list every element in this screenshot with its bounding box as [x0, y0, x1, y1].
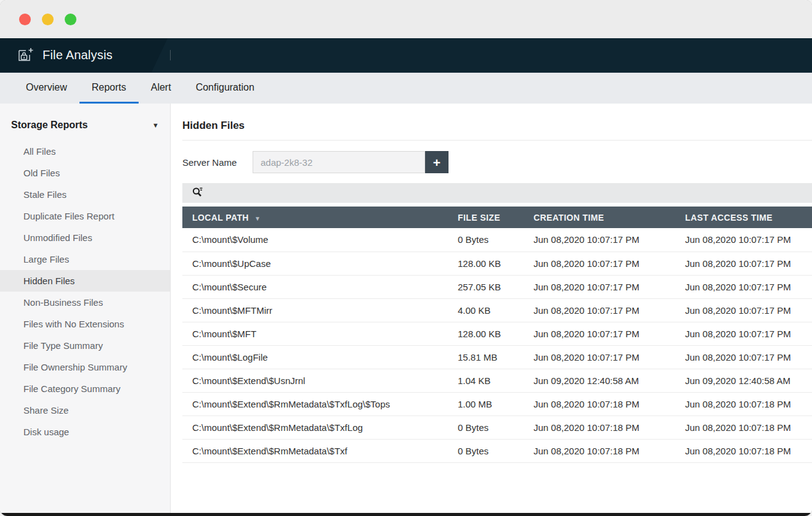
- cell-path: C:\mount\$UpCase: [182, 252, 458, 275]
- cell-path: C:\mount\$MFT: [182, 322, 458, 345]
- cell-created: Jun 08,2020 10:07:17 PM: [534, 298, 685, 322]
- cell-created: Jun 08,2020 10:07:17 PM: [534, 252, 685, 275]
- minimize-window-button[interactable]: [42, 14, 54, 25]
- column-header-creation-time[interactable]: CREATION TIME: [534, 207, 685, 228]
- chevron-down-icon: ▼: [152, 121, 159, 129]
- sidebar-item-share-size[interactable]: Share Size: [0, 399, 170, 421]
- table-row: C:\mount\$MFTMirr 4.00 KB Jun 08,2020 10…: [182, 298, 812, 322]
- column-header-file-size[interactable]: FILE SIZE: [458, 207, 534, 228]
- sidebar-item-disk-usage[interactable]: Disk usage: [0, 421, 170, 443]
- cell-size: 0 Bytes: [458, 439, 534, 462]
- server-name-label: Server Name: [182, 157, 253, 168]
- table-row: C:\mount\$Secure 257.05 KB Jun 08,2020 1…: [182, 275, 812, 298]
- sidebar-item-hidden-files[interactable]: Hidden Files: [0, 270, 170, 292]
- report-list: All FilesOld FilesStale FilesDuplicate F…: [0, 141, 170, 443]
- title-divider: [182, 140, 812, 141]
- table-row: C:\mount\$Extend\$RmMetadata\$TxfLog 0 B…: [182, 416, 812, 439]
- tab-alert[interactable]: Alert: [139, 73, 184, 104]
- cell-size: 1.04 KB: [458, 369, 534, 392]
- sidebar-item-large-files[interactable]: Large Files: [0, 248, 170, 270]
- cell-path: C:\mount\$Extend\$RmMetadata\$TxfLog\$To…: [182, 392, 458, 416]
- sidebar-item-old-files[interactable]: Old Files: [0, 162, 170, 184]
- add-server-button[interactable]: +: [425, 151, 449, 173]
- main-nav-tabbar: OverviewReportsAlertConfiguration: [0, 73, 812, 104]
- cell-path: C:\mount\$Extend\$RmMetadata\$TxfLog: [182, 416, 458, 439]
- cell-created: Jun 08,2020 10:07:18 PM: [534, 416, 685, 439]
- cell-created: Jun 08,2020 10:07:17 PM: [534, 322, 685, 345]
- table-row: C:\mount\$UpCase 128.00 KB Jun 08,2020 1…: [182, 252, 812, 275]
- text-cursor-artifact: [170, 50, 171, 60]
- sidebar-item-non-business-files[interactable]: Non-Business Files: [0, 292, 170, 313]
- cell-accessed: Jun 08,2020 10:07:18 PM: [685, 439, 812, 462]
- cell-accessed: Jun 08,2020 10:07:17 PM: [685, 298, 812, 322]
- report-content: Hidden Files Server Name +: [171, 104, 812, 513]
- hidden-files-table: LOCAL PATH▼ FILE SIZE CREATION TIME LAST…: [182, 207, 812, 463]
- cell-size: 0 Bytes: [458, 416, 534, 439]
- tab-reports[interactable]: Reports: [79, 73, 139, 104]
- sort-desc-icon: ▼: [254, 215, 261, 222]
- cell-size: 257.05 KB: [458, 275, 534, 298]
- search-icon: [192, 186, 203, 200]
- cell-path: C:\mount\$Secure: [182, 275, 458, 298]
- storage-reports-dropdown[interactable]: Storage Reports ▼: [0, 116, 170, 141]
- sidebar-header-label: Storage Reports: [11, 120, 87, 131]
- sidebar-item-files-with-no-extensions[interactable]: Files with No Extensions: [0, 313, 170, 335]
- app-title: File Analysis: [43, 48, 113, 62]
- window-controls: [19, 14, 76, 25]
- cell-accessed: Jun 09,2020 12:40:58 AM: [685, 369, 812, 392]
- column-header-local-path[interactable]: LOCAL PATH▼: [182, 207, 458, 228]
- tab-configuration[interactable]: Configuration: [184, 73, 267, 104]
- cell-path: C:\mount\$MFTMirr: [182, 298, 458, 322]
- tab-label: Configuration: [196, 82, 254, 92]
- sidebar-item-file-category-summary[interactable]: File Category Summary: [0, 378, 170, 399]
- table-row: C:\mount\$LogFile 15.81 MB Jun 08,2020 1…: [182, 345, 812, 369]
- app-header: File Analysis: [0, 38, 812, 73]
- cell-path: C:\mount\$Volume: [182, 228, 458, 252]
- tab-label: Reports: [92, 82, 126, 92]
- table-row: C:\mount\$Extend\$RmMetadata\$TxfLog\$To…: [182, 392, 812, 416]
- table-toolbar: [182, 183, 812, 203]
- cell-path: C:\mount\$LogFile: [182, 345, 458, 369]
- sidebar-item-duplicate-files-report[interactable]: Duplicate Files Report: [0, 205, 170, 227]
- cell-created: Jun 08,2020 10:07:18 PM: [534, 439, 685, 462]
- close-window-button[interactable]: [19, 14, 31, 25]
- file-analysis-icon: [17, 47, 35, 63]
- sidebar-item-stale-files[interactable]: Stale Files: [0, 184, 170, 205]
- cell-size: 15.81 MB: [458, 345, 534, 369]
- app-window: File Analysis OverviewReportsAlertConfig…: [0, 0, 812, 516]
- sidebar-item-file-type-summary[interactable]: File Type Summary: [0, 335, 170, 356]
- table-header-row: LOCAL PATH▼ FILE SIZE CREATION TIME LAST…: [182, 207, 812, 228]
- sidebar-item-all-files[interactable]: All Files: [0, 141, 170, 162]
- cell-path: C:\mount\$Extend\$RmMetadata\$Txf: [182, 439, 458, 462]
- cell-accessed: Jun 08,2020 10:07:17 PM: [685, 322, 812, 345]
- cell-created: Jun 08,2020 10:07:18 PM: [534, 392, 685, 416]
- column-header-last-access-time[interactable]: LAST ACCESS TIME: [685, 207, 812, 228]
- table-row: C:\mount\$MFT 128.00 KB Jun 08,2020 10:0…: [182, 322, 812, 345]
- cell-accessed: Jun 08,2020 10:07:17 PM: [685, 252, 812, 275]
- cell-accessed: Jun 08,2020 10:07:17 PM: [685, 228, 812, 252]
- tab-overview[interactable]: Overview: [14, 73, 79, 104]
- table-row: C:\mount\$Volume 0 Bytes Jun 08,2020 10:…: [182, 228, 812, 252]
- tab-label: Overview: [26, 82, 67, 92]
- table-row: C:\mount\$Extend\$UsnJrnl 1.04 KB Jun 09…: [182, 369, 812, 392]
- reports-sidebar: Storage Reports ▼ All FilesOld FilesStal…: [0, 104, 171, 513]
- window-titlebar: [0, 0, 812, 38]
- column-search-button[interactable]: [192, 186, 203, 200]
- main-area: Storage Reports ▼ All FilesOld FilesStal…: [0, 104, 812, 516]
- sidebar-item-unmodified-files[interactable]: Unmodified Files: [0, 227, 170, 248]
- cell-created: Jun 09,2020 12:40:58 AM: [534, 369, 685, 392]
- cell-accessed: Jun 08,2020 10:07:17 PM: [685, 275, 812, 298]
- sidebar-item-file-ownership-summary[interactable]: File Ownership Summary: [0, 356, 170, 378]
- server-filter-row: Server Name +: [182, 151, 812, 173]
- page-title: Hidden Files: [182, 120, 812, 132]
- cell-size: 1.00 MB: [458, 392, 534, 416]
- cell-created: Jun 08,2020 10:07:17 PM: [534, 228, 685, 252]
- cell-size: 4.00 KB: [458, 298, 534, 322]
- cell-size: 128.00 KB: [458, 252, 534, 275]
- table-row: C:\mount\$Extend\$RmMetadata\$Txf 0 Byte…: [182, 439, 812, 462]
- tab-label: Alert: [151, 82, 171, 92]
- zoom-window-button[interactable]: [65, 14, 76, 25]
- cell-size: 0 Bytes: [458, 228, 534, 252]
- cell-accessed: Jun 08,2020 10:07:18 PM: [685, 416, 812, 439]
- server-name-input[interactable]: [253, 151, 425, 173]
